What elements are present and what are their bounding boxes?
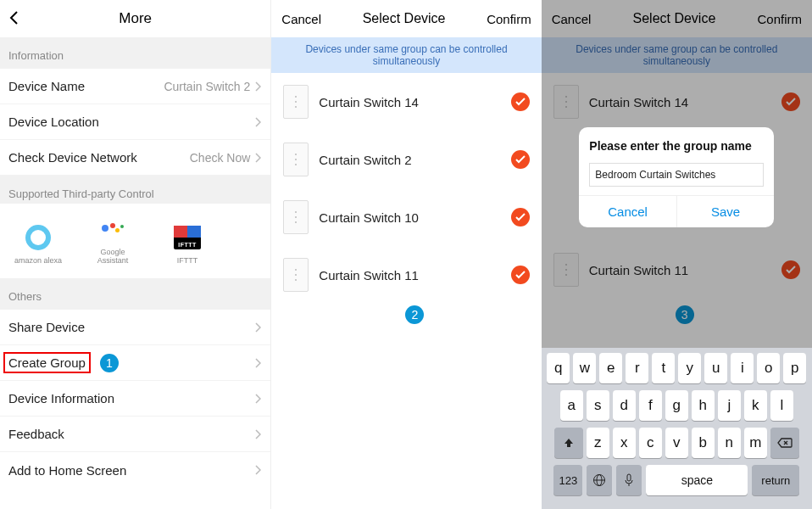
device-row[interactable]: Curtain Switch 14 — [271, 73, 541, 131]
row-label: Create Group — [3, 352, 91, 373]
key-w[interactable]: w — [573, 353, 596, 383]
row-label: Device Information — [8, 391, 114, 406]
chevron-right-icon — [255, 322, 262, 333]
row-device-information[interactable]: Device Information — [0, 381, 270, 417]
third-party-row: amazon alexa Google Assistant IFTTT IFTT… — [0, 204, 270, 278]
confirm-button[interactable]: Confirm — [487, 12, 531, 26]
key-r[interactable]: r — [626, 353, 648, 383]
chevron-right-icon — [255, 394, 262, 404]
dialog-save-button[interactable]: Save — [676, 196, 775, 227]
key-n[interactable]: n — [718, 428, 741, 458]
key-z[interactable]: z — [587, 428, 609, 458]
key-l[interactable]: l — [770, 390, 793, 421]
key-m[interactable]: m — [744, 428, 767, 458]
chevron-right-icon — [255, 429, 262, 439]
key-v[interactable]: v — [665, 428, 688, 458]
step-badge-2: 2 — [405, 305, 424, 324]
chevron-right-icon — [255, 117, 262, 127]
key-b[interactable]: b — [692, 428, 715, 458]
device-icon — [283, 143, 309, 176]
key-shift[interactable] — [554, 428, 583, 458]
device-icon — [283, 85, 309, 119]
row-label: Device Location — [8, 115, 99, 129]
key-u[interactable]: u — [704, 353, 727, 383]
key-k[interactable]: k — [744, 390, 767, 421]
device-icon — [283, 258, 309, 292]
key-d[interactable]: d — [613, 390, 636, 421]
thirdparty-ifttt[interactable]: IFTTT IFTTT — [161, 224, 214, 265]
section-header-thirdparty: Supported Third-party Control — [0, 176, 270, 204]
key-s[interactable]: s — [587, 390, 609, 421]
device-row[interactable]: Curtain Switch 2 — [271, 131, 541, 188]
header: Cancel Select Device Confirm — [271, 0, 541, 37]
row-value: Check Now — [190, 151, 251, 165]
back-button[interactable] — [8, 10, 25, 27]
key-h[interactable]: h — [692, 390, 715, 421]
key-backspace[interactable] — [770, 428, 799, 458]
key-space[interactable]: space — [646, 465, 748, 495]
key-j[interactable]: j — [718, 390, 741, 421]
device-icon — [283, 200, 309, 234]
thirdparty-google[interactable]: Google Assistant — [86, 215, 139, 265]
device-row[interactable]: Curtain Switch 11 — [271, 246, 541, 304]
row-value: Curtain Switch 2 — [164, 80, 250, 93]
dialog-cancel-button[interactable]: Cancel — [579, 196, 676, 227]
key-x[interactable]: x — [613, 428, 636, 458]
check-icon[interactable] — [511, 266, 530, 284]
group-name-dialog: Please enter the group name Cancel Save — [579, 127, 774, 227]
device-name: Curtain Switch 2 — [319, 153, 500, 167]
chevron-right-icon — [255, 358, 262, 368]
check-icon[interactable] — [511, 208, 530, 227]
thirdparty-alexa[interactable]: amazon alexa — [12, 224, 64, 265]
key-t[interactable]: t — [652, 353, 675, 383]
page-title: More — [119, 10, 152, 27]
chevron-right-icon — [255, 153, 262, 163]
key-q[interactable]: q — [547, 353, 570, 383]
row-share-device[interactable]: Share Device — [0, 310, 270, 345]
key-globe[interactable] — [587, 465, 612, 495]
select-device-panel: Cancel Select Device Confirm Devices und… — [270, 0, 541, 509]
key-o[interactable]: o — [757, 353, 780, 383]
row-label: Feedback — [8, 427, 64, 441]
key-mic[interactable] — [616, 465, 642, 495]
virtual-keyboard: q w e r t y u i o p a s d f g h j k l z … — [542, 348, 812, 509]
row-label: Check Device Network — [8, 150, 137, 165]
row-feedback[interactable]: Feedback — [0, 417, 270, 452]
more-settings-panel: More Information Device Name Curtain Swi… — [0, 0, 270, 509]
row-label: Add to Home Screen — [8, 463, 126, 478]
row-check-network[interactable]: Check Device Network Check Now — [0, 140, 270, 176]
row-device-location[interactable]: Device Location — [0, 104, 270, 140]
key-p[interactable]: p — [783, 353, 806, 383]
page-title: Select Device — [363, 11, 446, 26]
info-banner: Devices under same group can be controll… — [271, 37, 541, 73]
device-name: Curtain Switch 11 — [319, 268, 500, 282]
key-e[interactable]: e — [599, 353, 622, 383]
section-header-information: Information — [0, 37, 270, 69]
device-list: Curtain Switch 14 Curtain Switch 2 Curta… — [271, 73, 541, 304]
key-123[interactable]: 123 — [553, 465, 582, 495]
key-g[interactable]: g — [665, 390, 688, 421]
key-i[interactable]: i — [731, 353, 754, 383]
key-c[interactable]: c — [639, 428, 662, 458]
row-create-group[interactable]: Create Group 1 — [0, 345, 270, 381]
device-name: Curtain Switch 14 — [319, 95, 500, 109]
row-add-home-screen[interactable]: Add to Home Screen — [0, 452, 270, 488]
key-f[interactable]: f — [639, 390, 662, 421]
cancel-button[interactable]: Cancel — [281, 12, 321, 26]
key-return[interactable]: return — [752, 465, 799, 495]
header: More — [0, 0, 270, 37]
group-name-input[interactable] — [589, 163, 764, 187]
google-assistant-icon — [99, 215, 126, 243]
dialog-title: Please enter the group name — [589, 139, 764, 153]
check-icon[interactable] — [511, 150, 530, 169]
alexa-icon — [25, 224, 52, 251]
row-device-name[interactable]: Device Name Curtain Switch 2 — [0, 69, 270, 104]
key-y[interactable]: y — [678, 353, 701, 383]
svg-rect-5 — [627, 474, 631, 481]
key-a[interactable]: a — [560, 390, 583, 421]
device-row[interactable]: Curtain Switch 10 — [271, 188, 541, 246]
chevron-right-icon — [255, 81, 262, 92]
chevron-right-icon — [255, 465, 262, 475]
ifttt-icon: IFTTT — [174, 224, 201, 251]
check-icon[interactable] — [511, 92, 530, 111]
